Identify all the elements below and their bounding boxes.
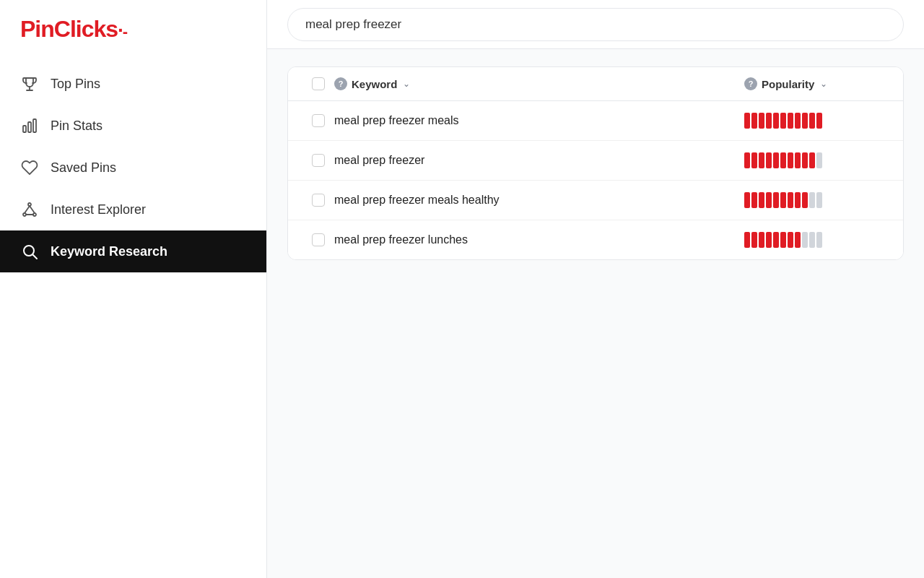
svg-rect-2 xyxy=(33,119,36,132)
search-input-wrapper[interactable] xyxy=(287,8,904,41)
sidebar-item-top-pins[interactable]: Top Pins xyxy=(0,63,266,105)
row-3-keyword: meal prep freezer meals healthy xyxy=(334,194,744,207)
bar-segment-11 xyxy=(816,152,822,168)
bar-segment-9 xyxy=(802,113,808,129)
keyword-col-label: Keyword xyxy=(352,78,397,90)
bar-segment-5 xyxy=(773,232,779,248)
bar-segment-7 xyxy=(788,192,793,208)
svg-line-10 xyxy=(33,255,38,259)
row-2-keyword: meal prep freezer xyxy=(334,154,744,167)
keyword-help-icon[interactable]: ? xyxy=(334,77,347,90)
popularity-column-header: ? Popularity ⌄ xyxy=(744,77,889,90)
search-container xyxy=(267,0,924,51)
table-row: meal prep freezer meals healthy xyxy=(288,181,903,220)
table-row: meal prep freezer meals xyxy=(288,101,903,141)
sidebar-item-label: Interest Explorer xyxy=(51,202,146,217)
nav-menu: Top Pins Pin Stats Saved Pins xyxy=(0,57,266,278)
bar-segment-3 xyxy=(759,232,764,248)
bar-segment-10 xyxy=(809,192,815,208)
row-4-popularity xyxy=(744,232,889,248)
sidebar-item-saved-pins[interactable]: Saved Pins xyxy=(0,147,266,189)
sidebar-item-interest-explorer[interactable]: Interest Explorer xyxy=(0,189,266,230)
svg-line-7 xyxy=(30,206,35,213)
bar-segment-2 xyxy=(751,152,757,168)
bar-segment-1 xyxy=(744,232,750,248)
bar-segment-7 xyxy=(788,232,793,248)
bar-segment-9 xyxy=(802,232,808,248)
row-1-popularity xyxy=(744,113,889,129)
row-4-checkbox[interactable] xyxy=(312,233,325,246)
bar-segment-4 xyxy=(766,113,772,129)
sidebar-item-label: Top Pins xyxy=(51,77,100,92)
logo-area: PinClicks·‐ xyxy=(0,0,266,57)
popularity-help-icon[interactable]: ? xyxy=(744,77,757,90)
bar-segment-1 xyxy=(744,152,750,168)
table-row: meal prep freezer xyxy=(288,141,903,181)
bar-segment-8 xyxy=(795,192,801,208)
keyword-column-header: ? Keyword ⌄ xyxy=(334,77,744,90)
sidebar-item-label: Keyword Research xyxy=(51,244,167,259)
search-input[interactable] xyxy=(305,17,886,32)
logo-text: PinClicks·‐ xyxy=(20,16,127,43)
keyword-sort-icon[interactable]: ⌄ xyxy=(403,79,410,89)
logo-wordmark: PinClicks xyxy=(20,16,118,42)
row-checkbox-col xyxy=(302,233,334,246)
row-3-popularity xyxy=(744,192,889,208)
bar-segment-3 xyxy=(759,192,764,208)
sidebar-item-pin-stats[interactable]: Pin Stats xyxy=(0,105,266,147)
keyword-table: ? Keyword ⌄ ? Popularity ⌄ meal prep fre… xyxy=(287,66,904,260)
keyword-text: meal prep freezer lunches xyxy=(334,233,468,246)
bar-segment-3 xyxy=(759,113,764,129)
popularity-bar xyxy=(744,232,822,248)
logo-accent: ‐ xyxy=(123,22,127,40)
bar-segment-4 xyxy=(766,152,772,168)
bar-segment-9 xyxy=(802,152,808,168)
row-3-checkbox[interactable] xyxy=(312,194,325,207)
bar-segment-11 xyxy=(816,192,822,208)
bar-segment-1 xyxy=(744,192,750,208)
popularity-bar xyxy=(744,152,822,168)
keyword-text: meal prep freezer meals xyxy=(334,114,459,127)
bar-segment-7 xyxy=(788,152,793,168)
bar-segment-5 xyxy=(773,152,779,168)
bar-segment-7 xyxy=(788,113,793,129)
bar-segment-1 xyxy=(744,113,750,129)
trophy-icon xyxy=(20,74,39,93)
table-header: ? Keyword ⌄ ? Popularity ⌄ xyxy=(288,67,903,101)
popularity-col-label: Popularity xyxy=(762,78,814,90)
row-checkbox-col xyxy=(302,154,334,167)
row-1-checkbox[interactable] xyxy=(312,114,325,127)
bar-segment-10 xyxy=(809,232,815,248)
sidebar-item-keyword-research[interactable]: Keyword Research xyxy=(0,230,266,272)
bar-segment-11 xyxy=(816,232,822,248)
bar-segment-2 xyxy=(751,192,757,208)
bar-chart-icon xyxy=(20,116,39,135)
main-content: ? Keyword ⌄ ? Popularity ⌄ meal prep fre… xyxy=(267,0,924,578)
sidebar: PinClicks·‐ Top Pins Pin Stats xyxy=(0,0,267,578)
select-all-checkbox[interactable] xyxy=(312,77,325,90)
main-header xyxy=(267,0,924,49)
bar-segment-10 xyxy=(809,113,815,129)
svg-rect-0 xyxy=(23,126,26,132)
row-2-checkbox[interactable] xyxy=(312,154,325,167)
svg-line-6 xyxy=(25,206,30,213)
svg-rect-1 xyxy=(28,122,31,132)
search-icon xyxy=(20,242,39,261)
keyword-text: meal prep freezer meals healthy xyxy=(334,194,500,207)
row-1-keyword: meal prep freezer meals xyxy=(334,114,744,127)
bar-segment-6 xyxy=(780,192,786,208)
heart-icon xyxy=(20,158,39,177)
sidebar-item-label: Pin Stats xyxy=(51,118,103,134)
keyword-text: meal prep freezer xyxy=(334,154,424,167)
bar-segment-8 xyxy=(795,232,801,248)
row-4-keyword: meal prep freezer lunches xyxy=(334,233,744,246)
bar-segment-4 xyxy=(766,192,772,208)
bar-segment-8 xyxy=(795,113,801,129)
node-icon xyxy=(20,200,39,219)
bar-segment-4 xyxy=(766,232,772,248)
bar-segment-6 xyxy=(780,232,786,248)
bar-segment-3 xyxy=(759,152,764,168)
popularity-sort-icon[interactable]: ⌄ xyxy=(820,79,827,89)
bar-segment-10 xyxy=(809,152,815,168)
popularity-bar xyxy=(744,113,822,129)
